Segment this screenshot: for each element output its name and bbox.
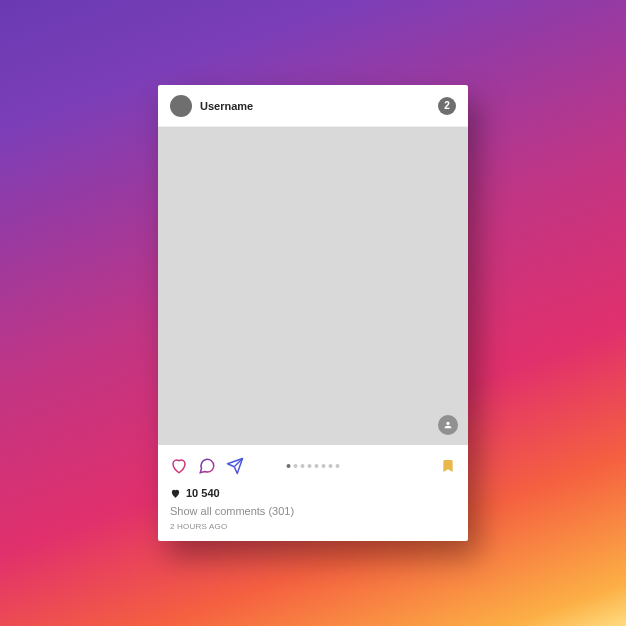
person-tag-icon[interactable]: [438, 415, 458, 435]
show-comments-link[interactable]: Show all comments (301): [170, 505, 456, 517]
heart-icon: [170, 488, 181, 499]
avatar[interactable]: [170, 95, 192, 117]
comment-icon[interactable]: [198, 457, 216, 475]
badge-count: 2: [444, 100, 450, 111]
carousel-dot[interactable]: [322, 464, 326, 468]
carousel-dot[interactable]: [301, 464, 305, 468]
carousel-dot[interactable]: [315, 464, 319, 468]
post-image[interactable]: [158, 127, 468, 445]
like-icon[interactable]: [170, 457, 188, 475]
post-header: Username 2: [158, 85, 468, 127]
likes-count: 10 540: [186, 487, 220, 499]
carousel-dots: [287, 464, 340, 468]
notification-badge[interactable]: 2: [438, 97, 456, 115]
share-icon[interactable]: [226, 457, 244, 475]
bookmark-icon[interactable]: [440, 457, 456, 475]
carousel-dot[interactable]: [336, 464, 340, 468]
carousel-dot[interactable]: [329, 464, 333, 468]
timestamp: 2 HOURS AGO: [170, 522, 456, 531]
action-row: [170, 453, 456, 479]
action-icons: [170, 457, 244, 475]
username-label[interactable]: Username: [200, 100, 253, 112]
carousel-dot[interactable]: [294, 464, 298, 468]
carousel-dot[interactable]: [287, 464, 291, 468]
carousel-dot[interactable]: [308, 464, 312, 468]
likes-row[interactable]: 10 540: [170, 487, 456, 499]
post-card: Username 2: [158, 85, 468, 541]
post-footer: 10 540 Show all comments (301) 2 HOURS A…: [158, 445, 468, 541]
